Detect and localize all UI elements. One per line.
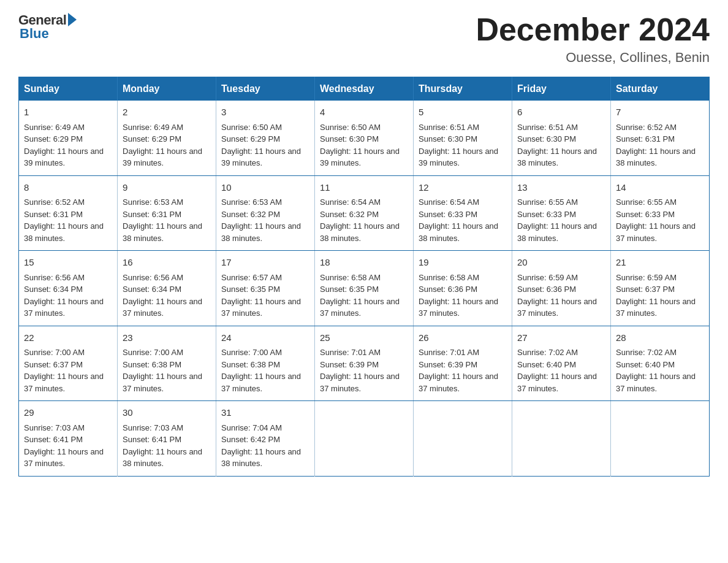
day-number: 13 — [517, 181, 605, 195]
calendar-day-cell: 18Sunrise: 6:58 AMSunset: 6:35 PMDayligh… — [315, 251, 414, 326]
calendar-day-cell: 26Sunrise: 7:01 AMSunset: 6:39 PMDayligh… — [414, 326, 512, 401]
calendar-day-cell: 27Sunrise: 7:02 AMSunset: 6:40 PMDayligh… — [512, 326, 611, 401]
calendar-day-cell: 20Sunrise: 6:59 AMSunset: 6:36 PMDayligh… — [512, 251, 611, 326]
day-number: 9 — [123, 181, 211, 195]
day-number: 2 — [123, 105, 211, 120]
sunrise-text: Sunrise: 7:02 AM — [517, 348, 578, 357]
sunrise-text: Sunrise: 6:50 AM — [221, 123, 282, 132]
daylight-text: Daylight: 11 hours and 37 minutes. — [616, 372, 696, 393]
daylight-text: Daylight: 11 hours and 38 minutes. — [123, 221, 202, 243]
day-number: 27 — [517, 331, 605, 345]
sunset-text: Sunset: 6:33 PM — [517, 210, 576, 219]
sunset-text: Sunset: 6:29 PM — [221, 134, 280, 144]
sunset-text: Sunset: 6:35 PM — [221, 285, 280, 294]
calendar-day-cell: 1Sunrise: 6:49 AMSunset: 6:29 PMDaylight… — [19, 101, 118, 175]
calendar-day-cell: 11Sunrise: 6:54 AMSunset: 6:32 PMDayligh… — [315, 175, 414, 251]
sunset-text: Sunset: 6:38 PM — [123, 360, 181, 369]
day-number: 16 — [123, 256, 211, 270]
day-number: 10 — [221, 181, 309, 195]
location: Ouesse, Collines, Benin — [476, 50, 710, 66]
daylight-text: Daylight: 11 hours and 37 minutes. — [419, 372, 498, 393]
sunset-text: Sunset: 6:40 PM — [517, 360, 576, 369]
sunset-text: Sunset: 6:36 PM — [419, 285, 477, 294]
sunset-text: Sunset: 6:37 PM — [24, 360, 83, 369]
daylight-text: Daylight: 11 hours and 37 minutes. — [123, 372, 202, 393]
page-header: General Blue December 2024 Ouesse, Colli… — [18, 12, 710, 66]
sunset-text: Sunset: 6:30 PM — [517, 134, 576, 144]
calendar-day-cell: 2Sunrise: 6:49 AMSunset: 6:29 PMDaylight… — [118, 101, 216, 175]
calendar-day-cell: 19Sunrise: 6:58 AMSunset: 6:36 PMDayligh… — [414, 251, 512, 326]
sunrise-text: Sunrise: 7:01 AM — [320, 348, 381, 357]
calendar-day-cell: 10Sunrise: 6:53 AMSunset: 6:32 PMDayligh… — [216, 175, 315, 251]
day-number: 20 — [517, 256, 605, 270]
day-number: 14 — [616, 181, 704, 195]
calendar-day-cell: 24Sunrise: 7:00 AMSunset: 6:38 PMDayligh… — [216, 326, 315, 401]
day-number: 29 — [24, 406, 112, 420]
calendar-week-row: 29Sunrise: 7:03 AMSunset: 6:41 PMDayligh… — [19, 401, 710, 477]
day-number: 15 — [24, 256, 112, 270]
sunrise-text: Sunrise: 6:58 AM — [419, 273, 479, 282]
sunset-text: Sunset: 6:37 PM — [616, 285, 675, 294]
day-number: 24 — [221, 331, 309, 345]
day-number: 31 — [221, 406, 309, 420]
calendar-day-cell: 22Sunrise: 7:00 AMSunset: 6:37 PMDayligh… — [19, 326, 118, 401]
day-number: 1 — [24, 105, 112, 120]
calendar-day-cell: 21Sunrise: 6:59 AMSunset: 6:37 PMDayligh… — [611, 251, 710, 326]
calendar-day-cell: 3Sunrise: 6:50 AMSunset: 6:29 PMDaylight… — [216, 101, 315, 175]
logo: General Blue — [18, 12, 77, 42]
sunset-text: Sunset: 6:33 PM — [616, 210, 675, 219]
day-number: 12 — [419, 181, 507, 195]
month-title: December 2024 — [476, 12, 710, 47]
sunset-text: Sunset: 6:32 PM — [320, 210, 379, 219]
day-number: 4 — [320, 105, 408, 120]
sunrise-text: Sunrise: 6:51 AM — [419, 123, 479, 132]
sunrise-text: Sunrise: 7:00 AM — [123, 348, 183, 357]
sunrise-text: Sunrise: 6:56 AM — [24, 273, 85, 282]
sunset-text: Sunset: 6:39 PM — [419, 360, 477, 369]
daylight-text: Daylight: 11 hours and 37 minutes. — [320, 372, 400, 393]
sunset-text: Sunset: 6:36 PM — [517, 285, 576, 294]
sunrise-text: Sunrise: 7:00 AM — [24, 348, 85, 357]
calendar-day-cell: 8Sunrise: 6:52 AMSunset: 6:31 PMDaylight… — [19, 175, 118, 251]
sunset-text: Sunset: 6:42 PM — [221, 435, 280, 444]
day-number: 11 — [320, 181, 408, 195]
sunset-text: Sunset: 6:39 PM — [320, 360, 379, 369]
calendar-day-cell: 28Sunrise: 7:02 AMSunset: 6:40 PMDayligh… — [611, 326, 710, 401]
sunset-text: Sunset: 6:33 PM — [419, 210, 477, 219]
calendar-day-cell: 25Sunrise: 7:01 AMSunset: 6:39 PMDayligh… — [315, 326, 414, 401]
sunrise-text: Sunrise: 7:03 AM — [24, 423, 85, 432]
daylight-text: Daylight: 11 hours and 38 minutes. — [419, 221, 498, 243]
sunrise-text: Sunrise: 7:03 AM — [123, 423, 183, 432]
daylight-text: Daylight: 11 hours and 37 minutes. — [419, 297, 498, 318]
daylight-text: Daylight: 11 hours and 37 minutes. — [517, 372, 597, 393]
calendar-header-row: SundayMondayTuesdayWednesdayThursdayFrid… — [19, 77, 710, 101]
daylight-text: Daylight: 11 hours and 39 minutes. — [24, 147, 104, 168]
daylight-text: Daylight: 11 hours and 37 minutes. — [221, 297, 301, 318]
daylight-text: Daylight: 11 hours and 37 minutes. — [320, 297, 400, 318]
logo-arrow-icon — [68, 13, 77, 26]
sunset-text: Sunset: 6:40 PM — [616, 360, 675, 369]
day-number: 23 — [123, 331, 211, 345]
calendar-day-cell: 17Sunrise: 6:57 AMSunset: 6:35 PMDayligh… — [216, 251, 315, 326]
day-number: 22 — [24, 331, 112, 345]
sunrise-text: Sunrise: 6:55 AM — [616, 197, 677, 207]
sunrise-text: Sunrise: 6:49 AM — [24, 123, 85, 132]
daylight-text: Daylight: 11 hours and 38 minutes. — [616, 147, 696, 168]
daylight-text: Daylight: 11 hours and 37 minutes. — [616, 221, 696, 243]
sunrise-text: Sunrise: 6:52 AM — [24, 197, 85, 207]
sunset-text: Sunset: 6:29 PM — [24, 134, 83, 144]
day-number: 5 — [419, 105, 507, 120]
day-number: 18 — [320, 256, 408, 270]
calendar-day-cell — [512, 401, 611, 477]
sunrise-text: Sunrise: 6:49 AM — [123, 123, 183, 132]
sunrise-text: Sunrise: 6:51 AM — [517, 123, 578, 132]
daylight-text: Daylight: 11 hours and 39 minutes. — [419, 147, 498, 168]
sunrise-text: Sunrise: 6:50 AM — [320, 123, 381, 132]
sunrise-text: Sunrise: 6:56 AM — [123, 273, 183, 282]
sunset-text: Sunset: 6:31 PM — [24, 210, 83, 219]
calendar-day-cell — [611, 401, 710, 477]
day-of-week-header: Friday — [512, 77, 611, 101]
sunset-text: Sunset: 6:34 PM — [24, 285, 83, 294]
daylight-text: Daylight: 11 hours and 39 minutes. — [123, 147, 202, 168]
calendar-day-cell: 12Sunrise: 6:54 AMSunset: 6:33 PMDayligh… — [414, 175, 512, 251]
